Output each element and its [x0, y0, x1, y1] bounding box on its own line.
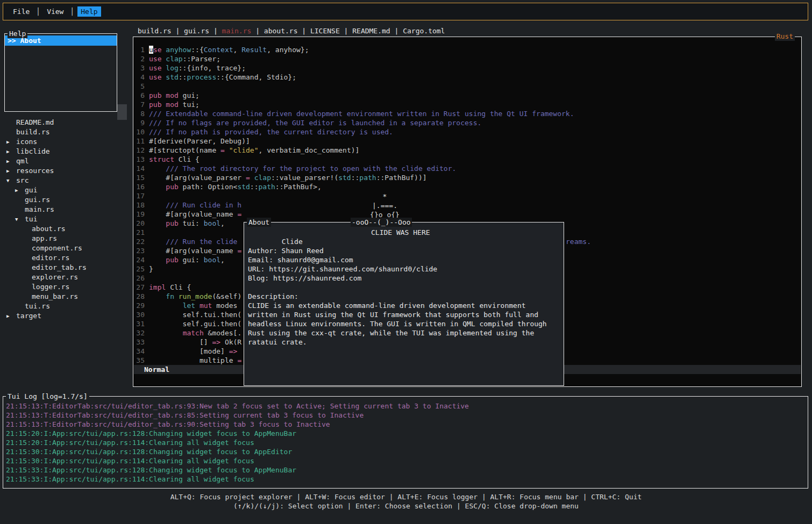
about-body-line: Description:	[248, 292, 560, 301]
tab-Cargo.toml[interactable]: Cargo.toml	[403, 27, 445, 35]
code-token: let	[183, 302, 195, 310]
explorer-item-menu_bar.rs[interactable]: menu_bar.rs	[4, 292, 129, 302]
code-token: Context	[204, 46, 233, 54]
code-line: 5	[134, 82, 801, 91]
explorer-item-label: main.rs	[25, 205, 54, 214]
triangle-down-icon: ▼	[15, 214, 25, 224]
explorer-item-label: editor_tab.rs	[32, 263, 87, 272]
about-body-line: headless Linux environments. The GUI is …	[248, 319, 560, 328]
log-panel[interactable]: Tui Log [log=1.7/s] 21:15:13:T:EditorTab…	[3, 396, 808, 489]
explorer-item-tui.rs[interactable]: tui.rs	[4, 302, 129, 311]
line-number: 23	[136, 246, 145, 255]
code-token: path: Option<	[179, 183, 238, 191]
log-panel-title: Tui Log [log=1.7/s]	[6, 392, 89, 401]
code-token: =	[246, 174, 250, 182]
code-line: 16 pub path: Option<std::path::PathBuf>,	[134, 182, 801, 191]
code-token-tail: reams.	[566, 237, 591, 246]
code-token: }	[149, 265, 153, 273]
explorer-item-label: menu_bar.rs	[32, 292, 78, 302]
line-number: 8	[136, 109, 145, 118]
editor-mode-badge: Normal	[134, 365, 169, 374]
code-line: 12#[structopt(name = "clide", verbatim_d…	[134, 146, 801, 155]
tab-gui.rs[interactable]: gui.rs	[184, 27, 209, 35]
project-explorer: README.mdbuild.rs▶icons▶libclide▶qml▶res…	[4, 118, 129, 321]
explorer-item-target[interactable]: ▶target	[4, 311, 129, 321]
explorer-item-component.rs[interactable]: component.rs	[4, 243, 129, 253]
explorer-item-logger.rs[interactable]: logger.rs	[4, 282, 129, 292]
code-token: process	[187, 73, 216, 81]
explorer-item-README.md[interactable]: README.md	[4, 118, 129, 127]
explorer-item-libclide[interactable]: ▶libclide	[4, 147, 129, 156]
explorer-item-editor.rs[interactable]: editor.rs	[4, 253, 129, 263]
explorer-item-src[interactable]: ▼src	[4, 176, 129, 185]
menu-item-help[interactable]: Help	[77, 6, 101, 17]
code-token	[149, 256, 166, 264]
code-token: Result	[241, 46, 267, 54]
line-number: 28	[136, 292, 145, 301]
log-entry: 21:15:33:I:App:src/tui/app.rs:128:Changi…	[6, 465, 808, 475]
explorer-item-build.rs[interactable]: build.rs	[4, 127, 129, 137]
code-token: tui;	[179, 101, 200, 109]
keybind-help-line1: ALT+Q: Focus project explorer | ALT+W: F…	[0, 492, 812, 501]
line-number: 21	[136, 228, 145, 237]
tab-LICENSE[interactable]: LICENSE	[310, 27, 340, 35]
code-line: 3use log::{info, trace};	[134, 63, 801, 73]
explorer-item-icons[interactable]: ▶icons	[4, 137, 129, 147]
code-token: gui:	[179, 256, 204, 264]
explorer-item-qml[interactable]: ▶qml	[4, 156, 129, 166]
tab-separator: |	[340, 27, 352, 35]
code-token: =	[237, 210, 241, 218]
code-token	[174, 292, 179, 300]
line-number: 25	[136, 264, 145, 274]
code-token: fn	[166, 292, 174, 300]
explorer-item-editor_tab.rs[interactable]: editor_tab.rs	[4, 263, 129, 272]
line-number: 31	[136, 319, 145, 328]
explorer-item-label: README.md	[16, 118, 54, 127]
explorer-item-gui[interactable]: ▶gui	[4, 185, 129, 195]
line-number: 1	[136, 45, 145, 54]
about-body-line: Email: shaunrd0@gmail.com	[248, 255, 560, 264]
line-number: 26	[136, 274, 145, 283]
code-token: pub	[149, 91, 161, 99]
line-number: 4	[136, 73, 145, 82]
explorer-item-about.rs[interactable]: about.rs	[4, 224, 129, 234]
menu-item-file[interactable]: File	[10, 6, 33, 17]
code-token: /// If no flags are provided, the GUI ed…	[149, 119, 481, 127]
about-slogan: CLIDE WAS HERE	[371, 228, 430, 237]
tab-about.rs[interactable]: about.rs	[264, 27, 298, 35]
menu-bar: File│View│Help	[3, 3, 808, 20]
explorer-item-explorer.rs[interactable]: explorer.rs	[4, 272, 129, 282]
ascii-art: *|.===.{}o o{}	[354, 192, 416, 219]
ascii-art-border: -ooO--(_)--Ooo	[351, 218, 412, 227]
code-line: 2use clap::Parser;	[134, 54, 801, 63]
tab-main.rs[interactable]: main.rs	[222, 27, 252, 35]
line-number: 10	[136, 127, 145, 137]
explorer-item-resources[interactable]: ▶resources	[4, 166, 129, 176]
line-number: 19	[136, 210, 145, 219]
code-token: mod	[166, 91, 178, 99]
ascii-art-line: |.===.	[354, 201, 416, 210]
line-number: 13	[136, 155, 145, 164]
line-number: 11	[136, 137, 145, 146]
about-intro-row: Clide CLIDE WAS HERE	[248, 228, 560, 237]
code-token: bool	[204, 256, 220, 264]
code-token: use	[149, 64, 161, 72]
explorer-item-tui[interactable]: ▼tui	[4, 214, 129, 224]
code-line: 6pub mod gui;	[134, 91, 801, 100]
code-token: struct	[149, 155, 174, 163]
tab-README.md[interactable]: README.md	[352, 27, 390, 35]
menu-item-view[interactable]: View	[44, 6, 67, 17]
explorer-item-label: app.rs	[32, 234, 57, 243]
code-token: []	[149, 338, 212, 346]
code-token	[149, 329, 183, 337]
code-token: gui;	[179, 91, 200, 99]
log-entry: 21:15:13:T:EditorTab:src/tui/editor_tab.…	[6, 411, 808, 420]
help-dropdown: Help >> About	[4, 33, 117, 112]
code-line: 10/// If no path is provided, the curren…	[134, 127, 801, 137]
code-token: , anyhow};	[267, 46, 309, 54]
editor-tabs: build.rs | gui.rs | main.rs | about.rs |…	[138, 26, 445, 36]
explorer-item-main.rs[interactable]: main.rs	[4, 205, 129, 214]
explorer-item-app.rs[interactable]: app.rs	[4, 234, 129, 243]
tab-build.rs[interactable]: build.rs	[138, 27, 172, 35]
explorer-item-gui.rs[interactable]: gui.rs	[4, 195, 129, 205]
